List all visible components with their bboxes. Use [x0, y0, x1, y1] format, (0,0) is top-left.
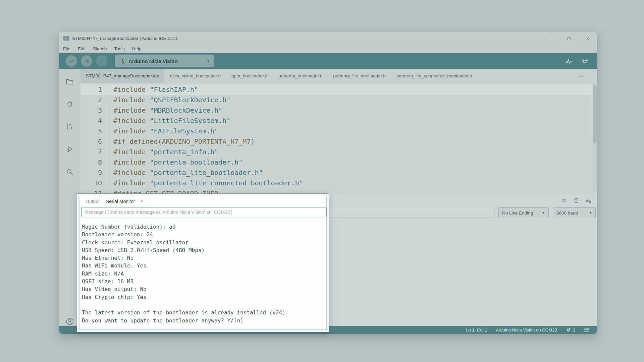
code-text: #include "FATFileSystem.h"	[108, 126, 218, 136]
toggle-panel-icon[interactable]	[584, 327, 590, 333]
selected-board-label: Arduino Nicla Vision	[128, 58, 177, 64]
check-icon	[68, 58, 75, 64]
output-tabs: Output Serial Monitor ×	[79, 196, 327, 207]
window-title: STM32H747_manageBootloader | Arduino IDE…	[72, 36, 177, 41]
chevron-down-icon: ▼	[586, 211, 592, 215]
code-text: #include "portenta_info.h"	[108, 147, 218, 157]
debug-button[interactable]	[96, 55, 107, 67]
code-line-8[interactable]: 8#include "portenta_bootloader.h"	[80, 157, 597, 168]
menu-item-file[interactable]: File	[60, 46, 73, 52]
debug-sidebar-icon[interactable]	[66, 145, 74, 153]
code-line-9[interactable]: 9#include "portenta_lite_bootloader.h"	[80, 168, 597, 178]
editor-tab-portenta_lite_bootloader.h[interactable]: portenta_lite_bootloader.h	[328, 69, 391, 83]
account-icon[interactable]	[65, 317, 74, 326]
timestamp-icon[interactable]	[573, 198, 579, 203]
serial-plotter-icon[interactable]	[565, 58, 573, 64]
baud-rate-value: 9600 baud	[556, 210, 578, 216]
serial-output-text: Magic Number (validation): a0 Bootloader…	[82, 223, 327, 324]
menu-bar: FileEditSketchToolsHelp	[59, 44, 597, 53]
line-ending-value: No Line Ending	[502, 210, 533, 216]
board-selector-dropdown[interactable]: Arduino Nicla Vision ▼	[115, 55, 214, 67]
serial-message-input[interactable]	[82, 207, 327, 217]
line-number: 4	[80, 116, 102, 126]
clear-output-icon[interactable]	[585, 198, 592, 203]
close-serial-monitor-icon[interactable]: ×	[140, 199, 143, 204]
code-line-5[interactable]: 5#include "FATFileSystem.h"	[80, 126, 597, 136]
close-button[interactable]: ×	[585, 36, 590, 41]
line-ending-select[interactable]: No Line Ending ▼	[498, 207, 549, 218]
chevron-down-icon: ▼	[539, 211, 545, 215]
editor-tab-portenta_bootloader.h[interactable]: portenta_bootloader.h	[273, 69, 328, 83]
line-number: 7	[80, 147, 102, 157]
tab-serial-monitor[interactable]: Serial Monitor	[103, 199, 138, 204]
code-line-1[interactable]: 1#include "FlashIAP.h"	[80, 84, 597, 95]
code-line-2[interactable]: 2#include "QSPIFBlockDevice.h"	[80, 95, 597, 105]
code-line-6[interactable]: 6#if defined(ARDUINO_PORTENTA_H7_M7)	[80, 136, 597, 147]
code-text: #include "QSPIFBlockDevice.h"	[108, 95, 230, 105]
cursor-position[interactable]: Ln 1, Col 1	[466, 327, 487, 333]
editor-tab-bar: STM32H747_manageBootloader.inonicla_visi…	[80, 69, 597, 83]
search-icon[interactable]	[66, 168, 74, 176]
desktop-background: ∞ STM32H747_manageBootloader | Arduino I…	[0, 0, 644, 362]
line-number: 1	[80, 84, 102, 95]
tab-output[interactable]: Output	[82, 199, 103, 204]
editor-tab-opta_bootloader.h[interactable]: opta_bootloader.h	[226, 69, 273, 83]
code-line-4[interactable]: 4#include "LittleFileSystem.h"	[80, 116, 597, 126]
notifications-badge[interactable]: 2	[566, 327, 575, 333]
bell-icon	[566, 327, 571, 333]
editor-tab-STM32H747_manageBootloader.ino[interactable]: STM32H747_manageBootloader.ino	[80, 69, 164, 83]
chevron-down-icon: ▼	[207, 59, 210, 63]
code-text: #if defined(ARDUINO_PORTENTA_H7_M7)	[108, 136, 255, 147]
notification-count: 2	[573, 327, 575, 333]
code-text: #include "LittleFileSystem.h"	[108, 116, 230, 126]
editor-scrollbar-thumb[interactable]	[593, 84, 597, 143]
menu-item-sketch[interactable]: Sketch	[90, 46, 109, 52]
line-number: 3	[80, 105, 102, 116]
window-controls: – □ ×	[547, 36, 593, 41]
line-number: 8	[80, 157, 102, 168]
title-bar: ∞ STM32H747_manageBootloader | Arduino I…	[59, 32, 597, 44]
usb-icon	[119, 58, 125, 64]
library-manager-icon[interactable]	[66, 122, 74, 131]
code-text: #include "portenta_lite_bootloader.h"	[108, 168, 263, 178]
line-number: 9	[80, 168, 102, 178]
verify-button[interactable]	[66, 55, 77, 67]
line-number: 10	[80, 178, 102, 188]
editor-tab-portenta_lite_connected_bootloader.h[interactable]: portenta_lite_connected_bootloader.h	[391, 69, 478, 83]
baud-rate-select[interactable]: 9600 baud ▼	[553, 207, 596, 218]
debug-play-icon	[99, 58, 105, 64]
line-number: 5	[80, 126, 102, 136]
upload-button[interactable]	[81, 55, 92, 67]
code-editor[interactable]: 1#include "FlashIAP.h"2#include "QSPIFBl…	[80, 83, 597, 194]
right-arrow-icon	[84, 58, 90, 64]
editor-tab-nicla_vision_bootloader.h[interactable]: nicla_vision_bootloader.h	[164, 69, 226, 83]
code-line-10[interactable]: 10#include "portenta_lite_connected_boot…	[80, 178, 597, 188]
code-line-3[interactable]: 3#include "MBRBlockDevice.h"	[80, 105, 597, 116]
line-number: 2	[80, 95, 102, 105]
board-port-status[interactable]: Arduino Nicla Vision on COM23	[496, 327, 557, 333]
code-text: #include "portenta_lite_connected_bootlo…	[108, 178, 303, 188]
collapse-panel-icon[interactable]	[561, 198, 567, 203]
menu-item-help[interactable]: Help	[129, 46, 144, 52]
more-tabs-icon[interactable]: ···	[579, 69, 585, 83]
toolbar-right-icons	[565, 53, 589, 69]
code-text: #include "MBRBlockDevice.h"	[108, 105, 222, 116]
arduino-logo-icon: ∞	[63, 36, 69, 41]
line-number: 6	[80, 136, 102, 147]
menu-item-tools[interactable]: Tools	[111, 46, 127, 52]
menu-item-edit[interactable]: Edit	[75, 46, 88, 52]
toolbar: Arduino Nicla Vision ▼	[59, 53, 597, 69]
minimize-button[interactable]: –	[547, 36, 553, 41]
sketchbook-folder-icon[interactable]	[66, 77, 74, 86]
serial-monitor-icon[interactable]	[581, 58, 589, 64]
code-text: #include "FlashIAP.h"	[108, 84, 198, 95]
code-text: #include "portenta_bootloader.h"	[108, 157, 243, 168]
boards-manager-icon[interactable]	[66, 100, 74, 108]
code-line-7[interactable]: 7#include "portenta_info.h"	[80, 147, 597, 157]
serial-monitor-panel-highlight: Output Serial Monitor × Magic Number (va…	[77, 194, 329, 332]
maximize-button[interactable]: □	[566, 36, 572, 41]
